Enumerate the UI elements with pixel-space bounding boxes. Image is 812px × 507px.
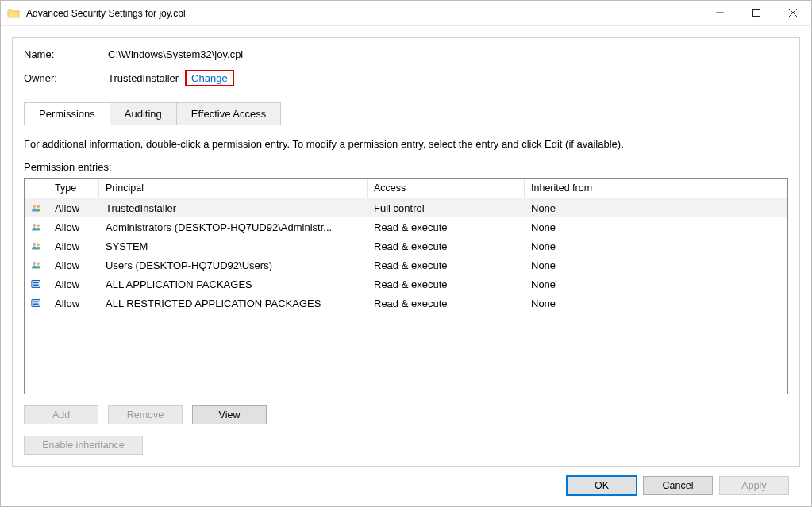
remove-button[interactable]: Remove [108, 405, 183, 424]
owner-value: TrustedInstaller [108, 72, 179, 84]
tab-permissions[interactable]: Permissions [24, 102, 110, 125]
cell-access: Full control [368, 202, 525, 214]
change-owner-link[interactable]: Change [185, 70, 234, 86]
owner-label: Owner: [24, 72, 108, 84]
main-panel: Name: C:\Windows\System32\joy.cpl Owner:… [12, 37, 800, 467]
users-icon [25, 221, 48, 232]
maximize-button[interactable] [738, 1, 775, 25]
cell-inherited: None [525, 259, 787, 271]
svg-rect-9 [32, 281, 40, 288]
cell-principal: Users (DESKTOP-HQ7UD92\Users) [99, 259, 368, 271]
text-caret [244, 48, 244, 60]
view-button[interactable]: View [192, 405, 267, 424]
cell-principal: ALL APPLICATION PACKAGES [99, 278, 368, 290]
titlebar: Advanced Security Settings for joy.cpl [1, 1, 811, 26]
cell-access: Read & execute [368, 259, 525, 271]
svg-rect-14 [33, 303, 39, 305]
svg-point-8 [37, 263, 40, 265]
add-button[interactable]: Add [24, 405, 98, 424]
svg-point-3 [33, 224, 36, 226]
package-icon [25, 298, 48, 309]
svg-point-2 [37, 205, 40, 208]
cell-inherited: None [525, 221, 787, 233]
close-button[interactable] [775, 1, 811, 25]
column-access[interactable]: Access [368, 179, 525, 198]
ok-button[interactable]: OK [567, 476, 637, 495]
svg-rect-10 [33, 282, 39, 283]
column-icon[interactable] [25, 179, 48, 198]
svg-point-6 [37, 244, 40, 246]
tab-effective-access[interactable]: Effective Access [176, 102, 281, 125]
cell-access: Read & execute [368, 240, 525, 252]
svg-point-1 [33, 205, 36, 207]
package-icon [25, 278, 48, 290]
owner-row: Owner: TrustedInstaller Change [24, 70, 788, 86]
svg-rect-0 [753, 10, 760, 17]
info-text: For additional information, double-click… [24, 138, 788, 150]
cell-inherited: None [525, 240, 787, 252]
table-header: Type Principal Access Inherited from [25, 179, 787, 198]
cancel-button[interactable]: Cancel [643, 476, 713, 495]
cell-inherited: None [525, 202, 787, 214]
cell-principal: SYSTEM [99, 240, 368, 252]
cell-inherited: None [525, 278, 787, 290]
cell-type: Allow [48, 240, 99, 252]
column-type[interactable]: Type [48, 179, 99, 198]
cell-type: Allow [48, 202, 99, 214]
minimize-button[interactable] [702, 1, 738, 25]
tabstrip: Permissions Auditing Effective Access [24, 102, 788, 125]
inheritance-row: Enable inheritance [24, 436, 788, 455]
permission-table: Type Principal Access Inherited from All… [24, 178, 788, 394]
users-icon [25, 259, 48, 271]
cell-principal: ALL RESTRICTED APPLICATION PACKAGES [99, 298, 368, 309]
cell-inherited: None [525, 298, 787, 309]
cell-type: Allow [48, 278, 99, 290]
svg-point-4 [37, 225, 40, 227]
table-row[interactable]: AllowAdministrators (DESKTOP-HQ7UD92\Adm… [25, 217, 787, 236]
apply-button[interactable]: Apply [719, 476, 789, 495]
enable-inheritance-button[interactable]: Enable inheritance [24, 436, 143, 455]
folder-icon [7, 7, 20, 20]
cell-principal: Administrators (DESKTOP-HQ7UD92\Administ… [99, 221, 368, 233]
cell-type: Allow [48, 259, 99, 271]
cell-principal: TrustedInstaller [99, 202, 368, 214]
table-body: AllowTrustedInstallerFull controlNoneAll… [25, 198, 787, 394]
name-value[interactable]: C:\Windows\System32\joy.cpl [108, 48, 267, 60]
window-buttons [702, 1, 811, 25]
cell-access: Read & execute [368, 221, 525, 233]
action-buttons: Add Remove View [24, 405, 788, 424]
table-row[interactable]: AllowALL APPLICATION PACKAGESRead & exec… [25, 275, 787, 294]
cell-type: Allow [48, 221, 99, 233]
svg-point-7 [33, 262, 36, 264]
dialog-window: Advanced Security Settings for joy.cpl N… [0, 0, 812, 507]
content-area: Name: C:\Windows\System32\joy.cpl Owner:… [1, 26, 811, 506]
users-icon [25, 202, 48, 213]
table-row[interactable]: AllowUsers (DESKTOP-HQ7UD92\Users)Read &… [25, 255, 787, 275]
svg-rect-13 [33, 301, 39, 302]
name-label: Name: [24, 48, 108, 60]
table-row[interactable]: AllowSYSTEMRead & executeNone [25, 236, 787, 255]
table-row[interactable]: AllowTrustedInstallerFull controlNone [25, 198, 787, 217]
table-row[interactable]: AllowALL RESTRICTED APPLICATION PACKAGES… [25, 294, 787, 313]
svg-point-5 [33, 243, 36, 245]
column-inherited[interactable]: Inherited from [525, 179, 787, 198]
users-icon [25, 240, 48, 252]
cell-access: Read & execute [368, 298, 525, 309]
tab-auditing[interactable]: Auditing [110, 102, 177, 125]
entries-label: Permission entries: [24, 161, 788, 173]
svg-rect-11 [33, 284, 39, 286]
column-principal[interactable]: Principal [99, 179, 368, 198]
cell-type: Allow [48, 298, 99, 309]
cell-access: Read & execute [368, 278, 525, 290]
svg-rect-12 [32, 300, 40, 307]
dialog-footer: OK Cancel Apply [12, 467, 800, 506]
window-title: Advanced Security Settings for joy.cpl [26, 8, 186, 19]
name-row: Name: C:\Windows\System32\joy.cpl [24, 48, 788, 60]
